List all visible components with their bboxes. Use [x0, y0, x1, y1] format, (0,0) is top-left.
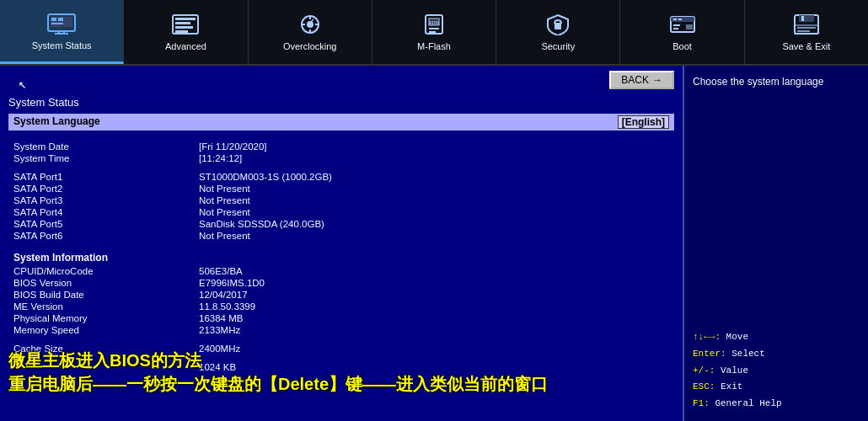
key-esc: ESC: Exit	[693, 379, 860, 396]
svg-rect-3	[58, 18, 63, 21]
system-time-row: System Time [11:24:12]	[8, 152, 674, 164]
svg-rect-12	[175, 30, 188, 33]
svg-rect-38	[797, 27, 816, 29]
save-exit-icon	[791, 13, 822, 36]
nav-label-save-exit: Save & Exit	[782, 41, 830, 51]
nav-label-overclocking: Overclocking	[283, 41, 337, 51]
system-time-value: [11:24:12]	[199, 153, 242, 163]
key-value: +/-: Value	[693, 363, 860, 380]
memory-speed-row: Memory Speed 2133MHz	[8, 324, 674, 336]
svg-rect-36	[801, 16, 804, 21]
sata1-row: SATA Port1 ST1000DM003-1S (1000.2GB)	[8, 171, 674, 183]
overclocking-icon	[295, 13, 325, 36]
svg-rect-31	[673, 24, 680, 26]
svg-rect-29	[673, 19, 677, 20]
svg-rect-10	[175, 22, 190, 24]
nav-item-advanced[interactable]: Advanced	[124, 0, 248, 64]
sata6-row: SATA Port6 Not Present	[8, 230, 674, 242]
svg-rect-4	[51, 23, 63, 24]
top-nav: System Status Advanced	[0, 0, 868, 66]
svg-rect-9	[175, 18, 196, 20]
key-enter: Enter: Select	[693, 346, 860, 363]
svg-rect-26	[555, 23, 561, 29]
nav-label-boot: Boot	[672, 41, 692, 51]
svg-rect-37	[795, 25, 818, 34]
system-date-label: System Date	[13, 141, 199, 152]
key-move: ↑↓←→: Move	[693, 329, 860, 346]
nav-item-boot[interactable]: Boot	[620, 0, 744, 64]
bios-version-row: BIOS Version E7996IMS.1D0	[8, 277, 674, 289]
nav-item-security[interactable]: Security	[496, 0, 620, 64]
help-text: Choose the system language	[693, 74, 860, 90]
system-status-icon	[46, 12, 77, 35]
system-date-value: [Fri 11/20/2020]	[199, 141, 267, 152]
language-row[interactable]: System Language [English]	[8, 114, 674, 131]
nav-label-m-flash: M-Flash	[417, 41, 451, 51]
nav-item-overclocking[interactable]: Overclocking	[249, 0, 372, 64]
right-panel: Choose the system language ↑↓←→: Move En…	[683, 66, 868, 421]
me-version-row: ME Version 11.8.50.3399	[8, 301, 674, 312]
svg-rect-39	[797, 30, 810, 32]
overlay-text: 微星主板进入BIOS的方法 重启电脑后——一秒按一次键盘的【Delete】键——…	[8, 349, 548, 396]
overlay-line2: 重启电脑后——一秒按一次键盘的【Delete】键——进入类似当前的窗口	[8, 372, 548, 396]
m-flash-icon: BIOS	[419, 13, 449, 36]
key-help: ↑↓←→: Move Enter: Select +/-: Value ESC:…	[693, 329, 860, 413]
boot-icon	[667, 13, 698, 36]
svg-rect-25	[429, 31, 436, 33]
sys-info-header: System Information	[8, 248, 674, 265]
svg-rect-35	[799, 15, 814, 22]
nav-label-security: Security	[541, 41, 575, 51]
sata5-row: SATA Port5 SanDisk SDSSDA (240.0GB)	[8, 218, 674, 230]
svg-rect-24	[429, 28, 439, 29]
svg-text:BIOS: BIOS	[429, 21, 439, 26]
sata3-row: SATA Port3 Not Present	[8, 195, 674, 206]
system-time-label: System Time	[13, 153, 199, 163]
language-label: System Language	[13, 115, 618, 129]
svg-point-14	[307, 21, 313, 28]
nav-label-system-status: System Status	[32, 40, 92, 51]
language-value: [English]	[618, 115, 669, 129]
svg-rect-2	[51, 18, 56, 21]
svg-rect-30	[678, 19, 682, 20]
svg-rect-11	[175, 26, 193, 29]
physical-memory-row: Physical Memory 16384 MB	[8, 312, 674, 324]
sata4-row: SATA Port4 Not Present	[8, 206, 674, 218]
system-date-row: System Date [Fri 11/20/2020]	[8, 141, 674, 152]
nav-label-advanced: Advanced	[165, 41, 206, 51]
svg-rect-33	[686, 24, 693, 29]
panel-title: System Status	[0, 94, 683, 114]
security-icon	[543, 13, 573, 36]
overlay-line1: 微星主板进入BIOS的方法	[8, 349, 548, 372]
bios-build-row: BIOS Build Date 12/04/2017	[8, 289, 674, 301]
svg-rect-32	[673, 28, 678, 29]
advanced-icon	[170, 13, 201, 36]
key-f1: F1: General Help	[693, 396, 860, 413]
nav-item-system-status[interactable]: System Status	[0, 0, 124, 64]
sata2-row: SATA Port2 Not Present	[8, 183, 674, 195]
nav-item-save-exit[interactable]: Save & Exit	[745, 0, 868, 64]
svg-line-19	[311, 19, 313, 22]
panel-header: BACK →	[0, 66, 683, 94]
cpuid-row: CPUID/MicroCode 506E3/BA	[8, 265, 674, 277]
nav-item-m-flash[interactable]: BIOS M-Flash	[372, 0, 496, 64]
cursor-arrow: ↖	[19, 76, 27, 93]
back-button[interactable]: BACK →	[609, 71, 674, 89]
